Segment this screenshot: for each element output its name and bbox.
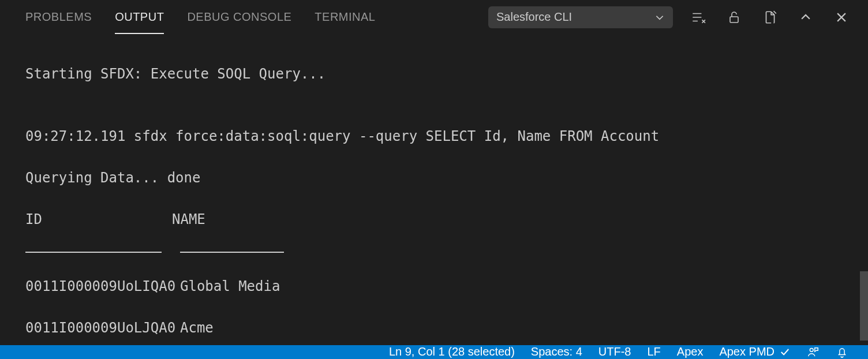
lock-scroll-icon[interactable] xyxy=(726,9,742,25)
close-panel-icon[interactable] xyxy=(833,9,850,25)
panel-tabs: PROBLEMS OUTPUT DEBUG CONSOLE TERMINAL xyxy=(25,0,375,34)
col-header-id: ID xyxy=(25,209,172,230)
svg-point-1 xyxy=(810,348,813,351)
cell-name: Global Media xyxy=(180,276,280,297)
output-channel-select[interactable]: Salesforce CLI xyxy=(488,6,673,28)
status-bar: Ln 9, Col 1 (28 selected) Spaces: 4 UTF-… xyxy=(0,345,868,359)
table-header-underline xyxy=(25,250,868,255)
status-eol[interactable]: LF xyxy=(639,345,668,358)
tab-output[interactable]: OUTPUT xyxy=(115,0,164,34)
output-panel[interactable]: Starting SFDX: Execute SOQL Query... 09:… xyxy=(0,35,868,345)
tab-problems[interactable]: PROBLEMS xyxy=(25,0,92,34)
minimap-scrollbar[interactable] xyxy=(860,271,868,341)
panel-header: PROBLEMS OUTPUT DEBUG CONSOLE TERMINAL S… xyxy=(0,0,868,35)
table-row: 0011I000009UoLJQA0Acme xyxy=(25,317,868,338)
col-header-name: NAME xyxy=(172,209,205,230)
person-feedback-icon xyxy=(807,346,820,358)
status-feedback-icon[interactable] xyxy=(799,346,828,358)
status-language-mode[interactable]: Apex xyxy=(669,345,712,358)
output-line: 09:27:12.191 sfdx force:data:soql:query … xyxy=(25,126,868,147)
chevron-up-icon[interactable] xyxy=(798,9,814,25)
output-line: Querying Data... done xyxy=(25,167,868,188)
cell-id: 0011I000009UoLJQA0 xyxy=(25,317,180,338)
status-apex-pmd[interactable]: Apex PMD xyxy=(711,345,799,358)
status-apex-pmd-label: Apex PMD xyxy=(719,345,775,358)
panel-header-actions xyxy=(690,9,850,25)
svg-rect-0 xyxy=(730,17,738,23)
output-channel-label: Salesforce CLI xyxy=(496,10,648,24)
bell-icon xyxy=(836,346,848,358)
status-encoding[interactable]: UTF-8 xyxy=(590,345,639,358)
status-indentation[interactable]: Spaces: 4 xyxy=(523,345,590,358)
chevron-down-icon xyxy=(654,12,665,23)
cell-name: Acme xyxy=(180,317,214,338)
output-table-header: IDNAME xyxy=(25,209,868,230)
clear-output-icon[interactable] xyxy=(690,9,706,25)
tab-debug-console[interactable]: DEBUG CONSOLE xyxy=(187,0,291,34)
check-icon xyxy=(779,346,791,358)
status-cursor-position[interactable]: Ln 9, Col 1 (28 selected) xyxy=(381,345,523,358)
table-row: 0011I000009UoLIQA0Global Media xyxy=(25,276,868,297)
tab-terminal[interactable]: TERMINAL xyxy=(315,0,375,34)
status-notifications-icon[interactable] xyxy=(828,346,856,358)
cell-id: 0011I000009UoLIQA0 xyxy=(25,276,180,297)
open-log-file-icon[interactable] xyxy=(762,9,778,25)
output-line: Starting SFDX: Execute SOQL Query... xyxy=(25,63,868,84)
